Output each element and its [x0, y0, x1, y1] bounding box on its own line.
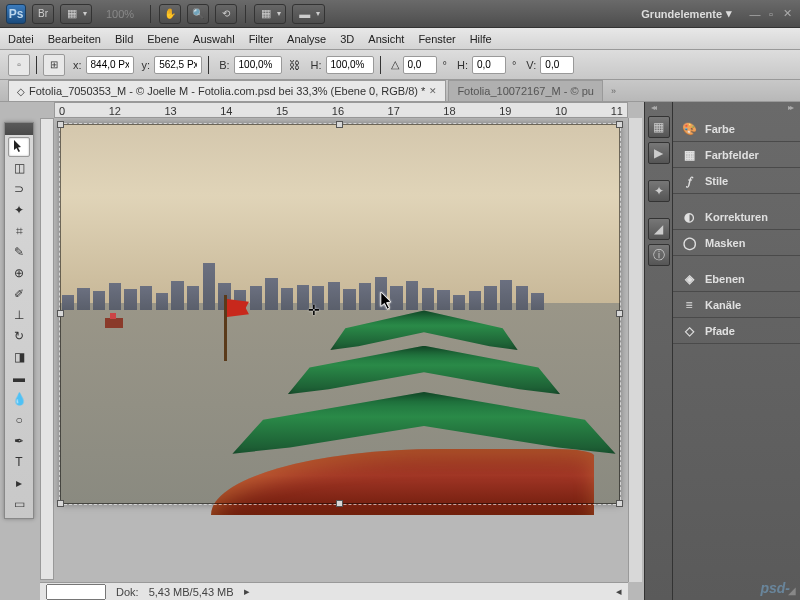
skew-h-input[interactable]	[472, 56, 506, 74]
menu-bild[interactable]: Bild	[115, 33, 133, 45]
panel-farbe[interactable]: 🎨Farbe	[673, 116, 800, 142]
panel-korrekturen[interactable]: ◐Korrekturen	[673, 204, 800, 230]
ruler-vertical[interactable]	[40, 118, 54, 580]
navigator-panel-icon[interactable]: ✦	[648, 180, 670, 202]
image-tugboat	[105, 318, 123, 328]
pen-tool[interactable]: ✒	[8, 431, 30, 451]
marquee-tool[interactable]: ◫	[8, 158, 30, 178]
link-icon[interactable]: ⛓	[289, 59, 300, 71]
history-panel-icon[interactable]: ▦	[648, 116, 670, 138]
menu-bearbeiten[interactable]: Bearbeiten	[48, 33, 101, 45]
transform-tool-icon[interactable]: ▫	[8, 54, 30, 76]
actions-panel-icon[interactable]: ▶	[648, 142, 670, 164]
layers-icon: ◈	[681, 271, 697, 287]
zoom-tool-button[interactable]: 🔍	[187, 4, 209, 24]
ps-logo: Ps	[6, 4, 26, 24]
panel-stile[interactable]: 𝑓Stile	[673, 168, 800, 194]
stamp-tool[interactable]: ⊥	[8, 305, 30, 325]
menu-auswahl[interactable]: Auswahl	[193, 33, 235, 45]
eraser-tool[interactable]: ◨	[8, 347, 30, 367]
y-input[interactable]	[154, 56, 202, 74]
options-bar: ▫ ⊞ x: y: B: ⛓ H: △ ° H: ° V:	[0, 50, 800, 80]
transform-center-icon[interactable]: ✛	[308, 302, 320, 318]
tab-overflow-icon[interactable]: »	[611, 86, 616, 96]
width-input[interactable]	[234, 56, 282, 74]
document-tab-bar: ◇ Fotolia_7050353_M - © Joelle M - Fotol…	[0, 80, 800, 102]
panel-labels-column: 🎨Farbe ▦Farbfelder 𝑓Stile ◐Korrekturen ◯…	[672, 102, 800, 600]
healing-tool[interactable]: ⊕	[8, 263, 30, 283]
canvas-area: 012131415161718191011	[40, 102, 642, 600]
type-tool[interactable]: T	[8, 452, 30, 472]
canvas[interactable]	[60, 124, 620, 504]
move-tool[interactable]	[8, 137, 30, 157]
document-tab[interactable]: Fotolia_10072167_M - © pu	[448, 80, 603, 101]
close-button[interactable]: ✕	[780, 7, 794, 21]
document-tab[interactable]: ◇ Fotolia_7050353_M - © Joelle M - Fotol…	[8, 80, 446, 101]
crop-tool[interactable]: ⌗	[8, 221, 30, 241]
maximize-button[interactable]: ▫	[764, 7, 778, 21]
menu-bar: Datei Bearbeiten Bild Ebene Auswahl Filt…	[0, 28, 800, 50]
cursor-icon	[380, 292, 396, 315]
palette-icon: 🎨	[681, 121, 697, 137]
brush-tool[interactable]: ✐	[8, 284, 30, 304]
x-input[interactable]	[86, 56, 134, 74]
panel-farbfelder[interactable]: ▦Farbfelder	[673, 142, 800, 168]
info-panel-icon[interactable]: ⓘ	[648, 244, 670, 266]
panel-pfade[interactable]: ◇Pfade	[673, 318, 800, 344]
menu-hilfe[interactable]: Hilfe	[470, 33, 492, 45]
menu-ansicht[interactable]: Ansicht	[368, 33, 404, 45]
menu-ebene[interactable]: Ebene	[147, 33, 179, 45]
shape-tool[interactable]: ▭	[8, 494, 30, 514]
status-menu-icon[interactable]: ▸	[244, 585, 250, 598]
toolbox: ◫ ⊃ ✦ ⌗ ✎ ⊕ ✐ ⊥ ↻ ◨ ▬ 💧 ○ ✒ T ▸ ▭	[4, 122, 34, 519]
screen-mode-select[interactable]: ▬	[292, 4, 325, 24]
document-size: 5,43 MB/5,43 MB	[149, 586, 234, 598]
dodge-tool[interactable]: ○	[8, 410, 30, 430]
styles-icon: 𝑓	[681, 173, 697, 189]
arrange-docs-select[interactable]: ▦	[254, 4, 286, 24]
view-mode-select[interactable]: ▦	[60, 4, 92, 24]
reference-point-icon[interactable]: ⊞	[43, 54, 65, 76]
panels-dock: ▦ ▶ ✦ ◢ ⓘ 🎨Farbe ▦Farbfelder 𝑓Stile ◐Kor…	[644, 102, 800, 600]
blur-tool[interactable]: 💧	[8, 389, 30, 409]
menu-fenster[interactable]: Fenster	[418, 33, 455, 45]
history-brush-tool[interactable]: ↻	[8, 326, 30, 346]
masks-icon: ◯	[681, 235, 697, 251]
skew-v-input[interactable]	[540, 56, 574, 74]
menu-analyse[interactable]: Analyse	[287, 33, 326, 45]
channels-icon: ≡	[681, 297, 697, 313]
application-bar: Ps Br ▦ 100% ✋ 🔍 ⟲ ▦ ▬ Grundelemente ▾ —…	[0, 0, 800, 28]
panel-masken[interactable]: ◯Masken	[673, 230, 800, 256]
scroll-left-icon[interactable]: ◂	[616, 585, 622, 598]
status-bar: Dok: 5,43 MB/5,43 MB ▸ ◂	[40, 582, 628, 600]
watermark: psd-	[760, 580, 790, 596]
bridge-button[interactable]: Br	[32, 4, 54, 24]
hand-tool-button[interactable]: ✋	[159, 4, 181, 24]
workspace-switcher[interactable]: Grundelemente ▾	[641, 7, 732, 20]
panel-icons-column: ▦ ▶ ✦ ◢ ⓘ	[644, 102, 672, 600]
paths-icon: ◇	[681, 323, 697, 339]
height-input[interactable]	[326, 56, 374, 74]
rotate-view-button[interactable]: ⟲	[215, 4, 237, 24]
minimize-button[interactable]: —	[748, 7, 762, 21]
eyedropper-tool[interactable]: ✎	[8, 242, 30, 262]
menu-3d[interactable]: 3D	[340, 33, 354, 45]
adjustments-icon: ◐	[681, 209, 697, 225]
tab-close-icon[interactable]: ✕	[429, 86, 437, 96]
histogram-panel-icon[interactable]: ◢	[648, 218, 670, 240]
angle-input[interactable]	[403, 56, 437, 74]
zoom-input[interactable]	[46, 584, 106, 600]
menu-datei[interactable]: Datei	[8, 33, 34, 45]
menu-filter[interactable]: Filter	[249, 33, 273, 45]
lasso-tool[interactable]: ⊃	[8, 179, 30, 199]
panel-ebenen[interactable]: ◈Ebenen	[673, 266, 800, 292]
panel-kanaele[interactable]: ≡Kanäle	[673, 292, 800, 318]
zoom-display: 100%	[98, 8, 142, 20]
image-pavilion-boat	[211, 295, 637, 515]
swatches-icon: ▦	[681, 147, 697, 163]
quick-select-tool[interactable]: ✦	[8, 200, 30, 220]
path-select-tool[interactable]: ▸	[8, 473, 30, 493]
ruler-horizontal[interactable]: 012131415161718191011	[54, 102, 628, 118]
gradient-tool[interactable]: ▬	[8, 368, 30, 388]
